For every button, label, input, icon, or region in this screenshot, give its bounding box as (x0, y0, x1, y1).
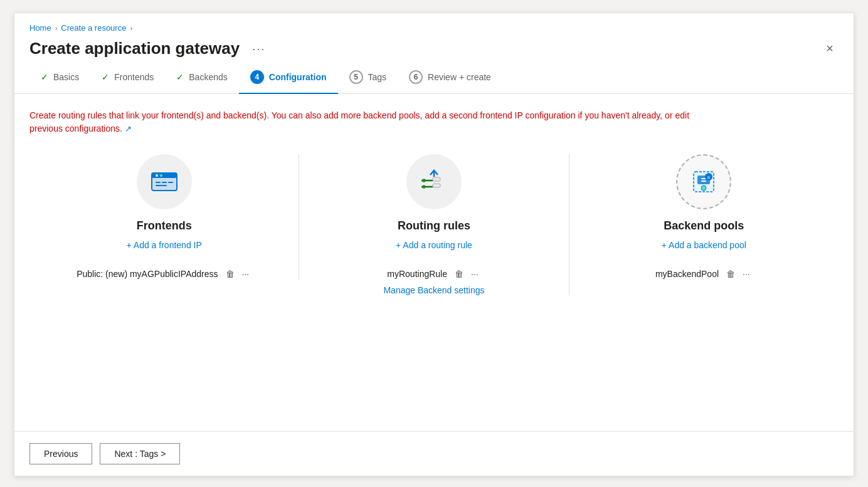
backend-pools-column: ≡ Backend pools + Add a backend pool myB… (569, 154, 839, 280)
tab-label-basics: Basics (53, 72, 79, 82)
frontend-item-actions: 🗑 ··· (223, 268, 252, 280)
panel-body: Create routing rules that link your fron… (14, 94, 854, 431)
backend-pool-delete-button[interactable]: 🗑 (724, 268, 738, 280)
breadcrumb-chevron-1: › (55, 24, 58, 32)
tab-backends[interactable]: ✓ Backends (165, 63, 238, 92)
svg-rect-5 (156, 182, 161, 183)
tab-num-tags: 5 (349, 70, 363, 84)
tab-label-review: Review + create (428, 72, 491, 82)
svg-point-4 (160, 174, 162, 177)
trash-icon-backend: 🗑 (726, 269, 735, 279)
previous-button[interactable]: Previous (29, 443, 92, 464)
tabs-bar: ✓ Basics ✓ Frontends ✓ Backends 4 Config… (14, 61, 854, 94)
add-frontend-ip-link[interactable]: + Add a frontend IP (127, 240, 202, 250)
close-button[interactable]: × (821, 39, 839, 58)
add-backend-pool-link[interactable]: + Add a backend pool (662, 240, 746, 250)
panel-footer: Previous Next : Tags > (14, 431, 854, 476)
svg-text:≡: ≡ (707, 175, 711, 181)
tab-review[interactable]: 6 Review + create (398, 61, 502, 94)
backend-pool-item-actions: 🗑 ··· (724, 268, 753, 280)
panel-header: Home › Create a resource › Create applic… (14, 13, 854, 58)
more-options-button[interactable]: ··· (247, 41, 270, 57)
tab-configuration[interactable]: 4 Configuration (239, 61, 338, 94)
frontends-icon (149, 167, 179, 197)
svg-point-18 (701, 186, 706, 191)
routing-rule-item-row: myRoutingRule 🗑 ··· (312, 268, 556, 280)
svg-rect-15 (433, 184, 440, 187)
svg-rect-20 (701, 181, 706, 182)
svg-rect-14 (433, 177, 440, 181)
configuration-columns: Frontends + Add a frontend IP Public: (n… (29, 154, 839, 295)
routing-rules-icon (419, 167, 449, 197)
routing-rules-title: Routing rules (398, 219, 470, 233)
svg-rect-6 (162, 182, 167, 183)
frontends-icon-circle (137, 154, 192, 209)
title-left: Create application gateway ··· (29, 39, 270, 58)
backend-pool-item-label: myBackendPool (655, 269, 719, 279)
trash-icon: 🗑 (226, 269, 235, 279)
frontend-item-row: Public: (new) myAGPublicIPAddress 🗑 ··· (42, 268, 286, 280)
routing-rules-column: Routing rules + Add a routing rule myRou… (299, 154, 569, 295)
routing-rule-item-label: myRoutingRule (387, 269, 447, 279)
frontends-column: Frontends + Add a frontend IP Public: (n… (29, 154, 299, 280)
backend-pool-more-button[interactable]: ··· (740, 268, 753, 280)
svg-rect-8 (156, 185, 167, 186)
tab-label-backends: Backends (189, 72, 227, 82)
frontends-title: Frontends (137, 219, 192, 233)
breadcrumb-create-resource[interactable]: Create a resource (61, 23, 126, 33)
external-link-icon[interactable]: ↗ (125, 124, 132, 134)
routing-rule-item-actions: 🗑 ··· (452, 268, 481, 280)
svg-rect-7 (168, 182, 173, 183)
routing-rule-more-button[interactable]: ··· (468, 268, 481, 280)
info-description: Create routing rules that link your fron… (29, 109, 719, 135)
tab-label-frontends: Frontends (114, 72, 154, 82)
tab-label-configuration: Configuration (269, 72, 327, 82)
backend-pools-title: Backend pools (664, 219, 744, 233)
tab-num-review: 6 (409, 70, 423, 84)
backend-pools-icon-circle: ≡ (676, 154, 731, 209)
frontend-delete-button[interactable]: 🗑 (223, 268, 237, 280)
breadcrumb: Home › Create a resource › (29, 23, 839, 33)
svg-point-13 (421, 186, 424, 188)
backend-pool-item-row: myBackendPool 🗑 ··· (582, 268, 826, 280)
tab-num-configuration: 4 (250, 70, 264, 84)
next-button[interactable]: Next : Tags > (100, 443, 180, 464)
check-icon-basics: ✓ (41, 72, 48, 82)
tab-frontends[interactable]: ✓ Frontends (90, 63, 165, 92)
check-icon-frontends: ✓ (102, 72, 109, 82)
trash-icon-routing: 🗑 (455, 269, 463, 279)
breadcrumb-home[interactable]: Home (29, 23, 51, 33)
manage-backend-settings-link[interactable]: Manage Backend settings (383, 285, 484, 295)
routing-rule-delete-button[interactable]: 🗑 (452, 268, 466, 280)
title-row: Create application gateway ··· × (29, 39, 839, 58)
page-title: Create application gateway (29, 39, 240, 58)
backend-pools-icon: ≡ (689, 167, 719, 197)
check-icon-backends: ✓ (176, 72, 184, 82)
breadcrumb-chevron-2: › (130, 24, 132, 32)
routing-icon-circle (406, 154, 462, 209)
tab-label-tags: Tags (368, 72, 387, 82)
tab-tags[interactable]: 5 Tags (338, 61, 398, 94)
create-application-gateway-panel: Home › Create a resource › Create applic… (14, 13, 854, 476)
svg-point-11 (421, 179, 424, 182)
frontend-more-button[interactable]: ··· (240, 268, 252, 280)
add-routing-rule-link[interactable]: + Add a routing rule (396, 240, 472, 250)
tab-basics[interactable]: ✓ Basics (29, 63, 90, 92)
svg-point-3 (156, 174, 158, 177)
frontend-item-label: Public: (new) myAGPublicIPAddress (77, 269, 218, 279)
